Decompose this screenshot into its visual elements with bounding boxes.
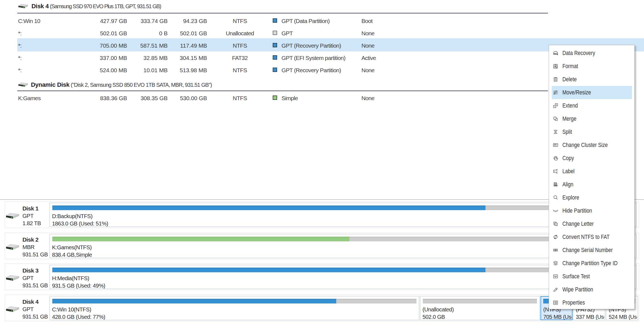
svg-text:E: E [556,223,557,226]
